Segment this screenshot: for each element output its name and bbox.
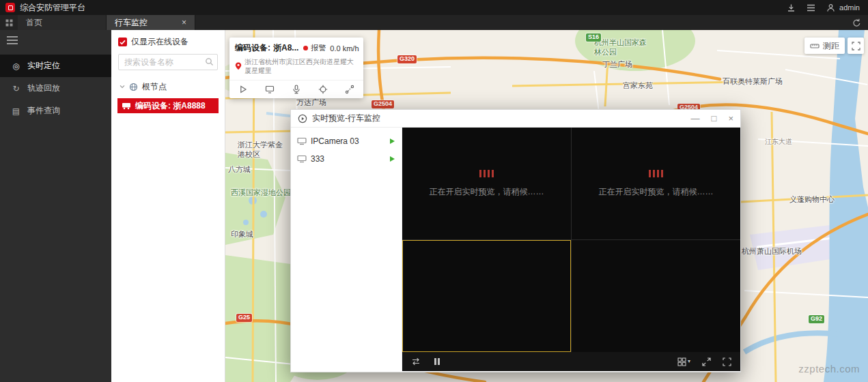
video-fullscreen-icon[interactable] xyxy=(723,357,731,366)
play-icon[interactable] xyxy=(389,156,395,162)
video-cell-2[interactable]: 正在开启实时预览，请稍候…… xyxy=(572,128,740,239)
online-only-label: 仅显示在线设备 xyxy=(131,36,188,48)
tab-home-label: 首页 xyxy=(26,17,42,29)
sidebar-item-label: 事件查询 xyxy=(27,105,60,117)
device-tree-item-selected[interactable]: 编码设备: 浙A8888 xyxy=(117,98,219,113)
live-play-icon[interactable] xyxy=(238,85,248,94)
loading-text: 正在开启实时预览，请稍候…… xyxy=(599,186,714,198)
video-cell-3-selected[interactable] xyxy=(402,240,571,352)
measure-label: 测距 xyxy=(823,40,839,52)
tree-root-node[interactable]: 根节点 xyxy=(111,79,225,94)
menu-list-icon[interactable] xyxy=(807,4,815,12)
tab-bar: 首页 行车监控 × xyxy=(0,15,868,30)
locate-icon: ◎ xyxy=(11,61,21,71)
device-address: 浙江省杭州市滨江区西兴街道星耀大厦星耀里 xyxy=(244,57,358,75)
play-icon[interactable] xyxy=(389,138,395,145)
pause-all-icon[interactable] xyxy=(434,357,440,366)
grid-layout-icon[interactable]: ▾ xyxy=(677,357,690,366)
sidebar-item-1[interactable]: ◎实时定位 xyxy=(0,55,111,77)
tab-active-label: 行车监控 xyxy=(115,17,148,29)
camera-name: IPCamera 03 xyxy=(311,136,384,146)
fullscreen-icon xyxy=(852,42,860,50)
sidebar-item-3[interactable]: ▤事件查询 xyxy=(0,100,111,122)
stream-switch-icon[interactable] xyxy=(411,357,421,366)
camera-icon xyxy=(297,155,307,163)
device-speed: 0.0 km/h xyxy=(330,44,359,53)
expand-icon[interactable] xyxy=(702,357,711,366)
monitor-icon[interactable] xyxy=(265,85,275,94)
sidebar-collapse-icon[interactable] xyxy=(7,36,18,44)
map-label: 丁兰广场 xyxy=(602,60,632,70)
alarm-dot-icon xyxy=(303,46,308,50)
sidebar: ◎实时定位↻轨迹回放▤事件查询 xyxy=(0,30,111,382)
live-preview-modal: 实时预览-行车监控 — □ × IPCamera 03333 正在开启实时预览，… xyxy=(290,109,741,372)
events-icon: ▤ xyxy=(11,106,21,116)
camera-list-item[interactable]: IPCamera 03 xyxy=(291,132,402,150)
camera-name: 333 xyxy=(311,154,384,164)
close-icon[interactable]: × xyxy=(728,114,733,123)
video-cell-1[interactable]: 正在开启实时预览，请稍候…… xyxy=(402,128,571,239)
chevron-down-icon[interactable] xyxy=(120,85,125,89)
mic-icon[interactable] xyxy=(292,85,301,94)
device-label: 编码设备: xyxy=(235,42,270,54)
app-title: 综合安防管理平台 xyxy=(20,2,85,14)
device-panel: 仅显示在线设备 根节点 编码设备: 浙A8888 xyxy=(111,30,225,382)
map-fullscreen-button[interactable] xyxy=(848,38,864,54)
sidebar-item-label: 轨迹回放 xyxy=(27,83,60,94)
watermark: zzptech.com xyxy=(798,363,860,374)
camera-icon xyxy=(297,137,307,145)
map-label: 八方城 xyxy=(228,165,251,175)
download-icon[interactable] xyxy=(787,3,796,12)
tab-close-icon[interactable]: × xyxy=(182,18,186,27)
sidebar-menu: ◎实时定位↻轨迹回放▤事件查询 xyxy=(0,55,111,122)
user-icon[interactable] xyxy=(826,3,835,12)
modal-titlebar[interactable]: 实时预览-行车监控 — □ × xyxy=(291,110,740,128)
tab-home[interactable]: 首页 xyxy=(18,15,107,30)
root-node-label: 根节点 xyxy=(142,81,167,93)
map-label: 杭州萧山国际机场 xyxy=(742,247,802,256)
maximize-icon[interactable]: □ xyxy=(712,114,717,123)
search-icon[interactable] xyxy=(205,57,214,66)
refresh-icon[interactable] xyxy=(852,18,861,27)
measure-distance-button[interactable]: 测距 xyxy=(804,38,845,54)
road-badge: G92 xyxy=(809,315,824,323)
selected-device-label: 编码设备: 浙A8888 xyxy=(135,100,206,112)
tab-vehicle-monitoring[interactable]: 行车监控 × xyxy=(107,15,195,30)
playback-icon: ↻ xyxy=(11,84,21,93)
locate-target-icon[interactable] xyxy=(318,85,328,94)
camera-list-item[interactable]: 333 xyxy=(291,150,402,168)
online-only-checkbox[interactable] xyxy=(118,38,127,46)
tab-grid-icon[interactable] xyxy=(0,15,18,30)
loading-bars-icon xyxy=(649,170,663,177)
map-label: 宫家东苑 xyxy=(623,81,653,91)
road-badge: G2504 xyxy=(372,100,394,108)
top-bar: 综合安防管理平台 admin xyxy=(0,0,868,15)
loading-bars-icon xyxy=(479,170,494,177)
username[interactable]: admin xyxy=(839,3,860,12)
location-pin-icon xyxy=(235,57,242,75)
loading-text: 正在开启实时预览，请稍候…… xyxy=(430,186,544,198)
map-label: 百联奥特莱斯广场 xyxy=(723,77,783,87)
globe-icon xyxy=(129,83,138,91)
road-badge: G25 xyxy=(236,314,252,322)
video-grid: 正在开启实时预览，请稍候…… 正在开启实时预览，请稍候…… xyxy=(402,128,740,352)
sidebar-item-2[interactable]: ↻轨迹回放 xyxy=(0,77,111,100)
video-toolbar: ▾ xyxy=(402,352,740,371)
device-name: 浙A8... xyxy=(273,42,298,54)
map-label: 义蓬购物中心 xyxy=(789,195,835,205)
track-route-icon[interactable] xyxy=(345,85,354,94)
ruler-icon xyxy=(810,41,820,50)
road-badge: G320 xyxy=(397,55,417,63)
sidebar-item-label: 实时定位 xyxy=(27,60,60,72)
map-label: 万达广场 xyxy=(296,98,326,108)
video-area: 正在开启实时预览，请稍候…… 正在开启实时预览，请稍候…… xyxy=(402,128,740,371)
app-logo-icon xyxy=(5,3,15,12)
minimize-icon[interactable]: — xyxy=(691,114,700,123)
device-info-card: 编码设备: 浙A8... 报警 0.0 km/h 浙江省杭州市滨江区西兴街道星耀… xyxy=(229,38,363,98)
map-label: 江东大道 xyxy=(765,138,792,147)
video-cell-4[interactable] xyxy=(572,240,740,352)
play-circle-icon xyxy=(298,114,307,123)
modal-title: 实时预览-行车监控 xyxy=(312,113,380,124)
search-input[interactable] xyxy=(118,54,218,70)
map-label: 杭州半山国家森林公园 xyxy=(594,38,649,57)
